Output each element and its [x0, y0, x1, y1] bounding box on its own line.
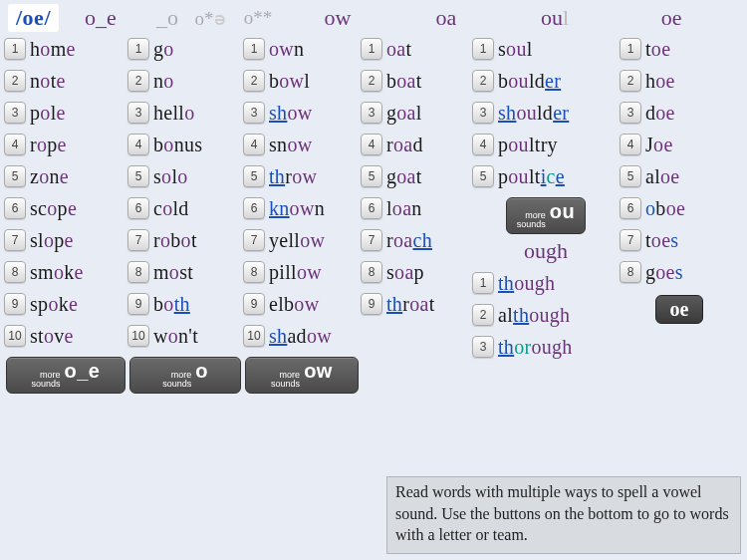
word[interactable]: solo [153, 165, 188, 188]
word[interactable]: stove [30, 325, 74, 348]
word[interactable]: most [153, 261, 193, 284]
number-button[interactable]: 7 [4, 229, 26, 251]
number-button[interactable]: 5 [472, 165, 494, 187]
word[interactable]: robot [153, 229, 197, 252]
word[interactable]: pole [30, 102, 66, 125]
number-button[interactable]: 7 [620, 229, 641, 251]
more-sounds-button[interactable]: moresoundsow [245, 357, 359, 394]
word[interactable]: goat [386, 165, 422, 188]
number-button[interactable]: 10 [243, 325, 265, 347]
word[interactable]: home [30, 38, 76, 61]
number-button[interactable]: 3 [472, 336, 494, 358]
number-button[interactable]: 9 [243, 293, 265, 315]
number-button[interactable]: 1 [472, 272, 494, 294]
word[interactable]: bowl [269, 70, 310, 93]
word[interactable]: goes [645, 261, 683, 284]
word[interactable]: shoulder [498, 102, 569, 125]
number-button[interactable]: 7 [127, 229, 149, 251]
number-button[interactable]: 2 [472, 70, 494, 92]
word[interactable]: soul [498, 38, 533, 61]
number-button[interactable]: 1 [4, 38, 26, 60]
word[interactable]: although [498, 304, 570, 327]
word[interactable]: go [153, 38, 174, 61]
word[interactable]: hoe [645, 70, 675, 93]
number-button[interactable]: 8 [243, 261, 265, 283]
number-button[interactable]: 3 [620, 102, 641, 124]
number-button[interactable]: 6 [361, 197, 382, 219]
word[interactable]: oboe [645, 197, 685, 220]
word[interactable]: bonus [153, 134, 202, 156]
word[interactable]: Joe [645, 134, 673, 156]
number-button[interactable]: 3 [361, 102, 382, 124]
number-button[interactable]: 8 [4, 261, 26, 283]
word[interactable]: zone [30, 165, 69, 188]
word[interactable]: own [269, 38, 304, 61]
word[interactable]: hello [153, 102, 195, 125]
number-button[interactable]: 3 [127, 102, 149, 124]
number-button[interactable]: 10 [127, 325, 149, 347]
word[interactable]: doe [645, 102, 675, 125]
word[interactable]: note [30, 70, 66, 93]
number-button[interactable]: 6 [4, 197, 26, 219]
word[interactable]: no [153, 70, 174, 93]
number-button[interactable]: 4 [472, 134, 494, 155]
number-button[interactable]: 5 [620, 165, 641, 187]
more-sounds-button[interactable]: moresoundso [129, 357, 241, 394]
word[interactable]: pillow [269, 261, 322, 284]
word[interactable]: soap [386, 261, 424, 284]
word[interactable]: poultice [498, 165, 565, 188]
number-button[interactable]: 2 [127, 70, 149, 92]
number-button[interactable]: 8 [361, 261, 382, 283]
number-button[interactable]: 3 [472, 102, 494, 124]
word[interactable]: won't [153, 325, 198, 348]
number-button[interactable]: 2 [243, 70, 265, 92]
number-button[interactable]: 1 [620, 38, 641, 60]
number-button[interactable]: 10 [4, 325, 26, 347]
word[interactable]: boulder [498, 70, 561, 93]
number-button[interactable]: 8 [127, 261, 149, 283]
number-button[interactable]: 9 [127, 293, 149, 315]
word[interactable]: boat [386, 70, 422, 93]
number-button[interactable]: 4 [243, 134, 265, 155]
word[interactable]: spoke [30, 293, 78, 316]
number-button[interactable]: 1 [127, 38, 149, 60]
number-button[interactable]: 3 [243, 102, 265, 124]
word[interactable]: throat [386, 293, 434, 316]
word[interactable]: roach [386, 229, 432, 252]
word[interactable]: goal [386, 102, 422, 125]
more-sounds-button[interactable]: moresoundso_e [6, 357, 125, 394]
number-button[interactable]: 5 [127, 165, 149, 187]
number-button[interactable]: 6 [243, 197, 265, 219]
word[interactable]: elbow [269, 293, 319, 316]
word[interactable]: slope [30, 229, 74, 252]
number-button[interactable]: 6 [620, 197, 641, 219]
number-button[interactable]: 5 [243, 165, 265, 187]
word[interactable]: cold [153, 197, 189, 220]
number-button[interactable]: 3 [4, 102, 26, 124]
number-button[interactable]: 5 [4, 165, 26, 187]
word[interactable]: toes [645, 229, 678, 252]
number-button[interactable]: 1 [243, 38, 265, 60]
number-button[interactable]: 9 [4, 293, 26, 315]
number-button[interactable]: 2 [4, 70, 26, 92]
number-button[interactable]: 2 [620, 70, 641, 92]
oe-badge[interactable]: oe [655, 295, 704, 324]
word[interactable]: rope [30, 134, 67, 156]
number-button[interactable]: 4 [127, 134, 149, 155]
word[interactable]: though [498, 272, 555, 295]
word[interactable]: aloe [645, 165, 680, 188]
number-button[interactable]: 4 [4, 134, 26, 155]
number-button[interactable]: 2 [361, 70, 382, 92]
word[interactable]: known [269, 197, 325, 220]
word[interactable]: show [269, 102, 312, 125]
word[interactable]: road [386, 134, 423, 156]
word[interactable]: both [153, 293, 190, 316]
number-button[interactable]: 9 [361, 293, 382, 315]
word[interactable]: loan [386, 197, 422, 220]
word[interactable]: throw [269, 165, 317, 188]
word[interactable]: snow [269, 134, 312, 156]
number-button[interactable]: 5 [361, 165, 382, 187]
word[interactable]: thorough [498, 336, 573, 359]
word[interactable]: smoke [30, 261, 84, 284]
word[interactable]: scope [30, 197, 77, 220]
